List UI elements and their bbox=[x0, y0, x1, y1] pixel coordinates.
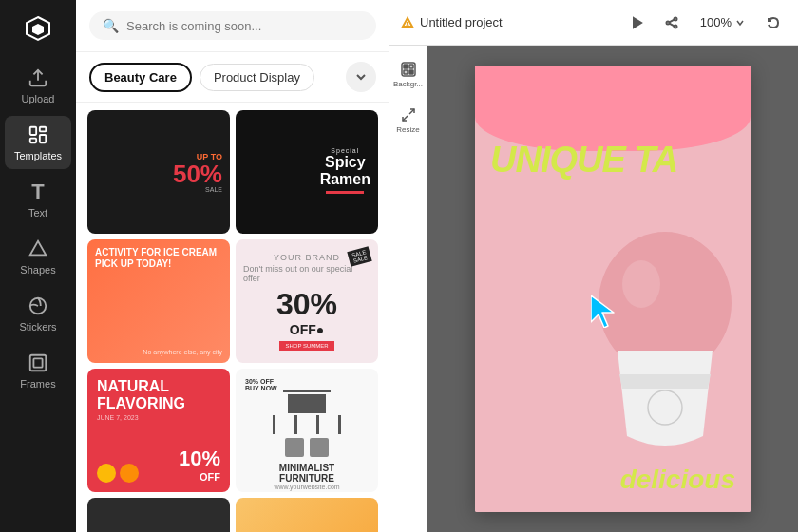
background-icon bbox=[400, 61, 417, 78]
canvas-area: Backgr... Resize UNIQUE bbox=[390, 46, 798, 532]
svg-rect-3 bbox=[40, 135, 46, 142]
shapes-icon bbox=[27, 238, 49, 260]
cursor-arrow-svg bbox=[591, 295, 618, 328]
svg-point-12 bbox=[666, 21, 669, 24]
search-wrapper[interactable]: 🔍 bbox=[89, 11, 376, 40]
canvas-design[interactable]: UNIQUE TA bbox=[475, 66, 750, 512]
resize-label: Resize bbox=[396, 125, 419, 134]
template-card-dark-bottom[interactable]: YOUR BRAND WHAT TO LOOK FORIN OUR GLOW S… bbox=[87, 498, 230, 532]
canvas-mini-sidebar: Backgr... Resize bbox=[390, 46, 428, 532]
template-card-spicy-ramen[interactable]: Special SpicyRamen bbox=[236, 110, 378, 234]
search-bar: 🔍 bbox=[76, 0, 390, 52]
svg-rect-6 bbox=[30, 355, 47, 371]
sidebar: Upload Templates T Text Shapes bbox=[0, 0, 76, 532]
templates-panel: 🔍 Beauty Care Product Display UP TO 50% … bbox=[76, 0, 390, 532]
templates-label: Templates bbox=[14, 150, 62, 162]
canvas-panel: Untitled project 100% bbox=[390, 0, 798, 532]
canvas-content: UNIQUE TA bbox=[428, 46, 798, 532]
ice-cream-svg bbox=[570, 227, 750, 465]
stickers-label: Stickers bbox=[19, 321, 56, 332]
svg-marker-10 bbox=[634, 18, 641, 28]
svg-rect-17 bbox=[404, 65, 408, 68]
search-icon: 🔍 bbox=[103, 18, 119, 33]
svg-point-9 bbox=[408, 25, 408, 26]
canvas-topbar: Untitled project 100% bbox=[390, 0, 798, 46]
filter-product-display[interactable]: Product Display bbox=[200, 64, 314, 91]
svg-rect-1 bbox=[30, 127, 36, 135]
svg-line-14 bbox=[669, 19, 674, 22]
template-card-30off[interactable]: YOUR BRAND Don't miss out on our special… bbox=[236, 239, 378, 363]
template-card-ice-cream[interactable]: ACTIVITY FOR ICE CREAMPICK UP TODAY! No … bbox=[87, 239, 230, 363]
sidebar-item-shapes[interactable]: Shapes bbox=[5, 230, 71, 283]
templates-grid: UP TO 50% SALE Special SpicyRamen ACTIVI… bbox=[76, 103, 390, 532]
template-card-dark-promo[interactable]: UP TO 50% SALE bbox=[87, 110, 230, 234]
frames-label: Frames bbox=[20, 378, 55, 390]
app-logo[interactable] bbox=[19, 10, 57, 48]
zoom-value: 100% bbox=[700, 15, 732, 29]
warning-icon bbox=[401, 16, 414, 29]
project-title: Untitled project bbox=[420, 15, 503, 29]
share-button[interactable] bbox=[658, 10, 685, 36]
svg-rect-7 bbox=[33, 358, 42, 367]
svg-point-11 bbox=[674, 17, 676, 20]
filter-dropdown-button[interactable] bbox=[346, 62, 376, 92]
filter-beauty-care[interactable]: Beauty Care bbox=[89, 63, 192, 92]
design-drip bbox=[475, 66, 750, 151]
svg-point-25 bbox=[622, 260, 660, 308]
undo-button[interactable] bbox=[760, 10, 787, 36]
resize-icon bbox=[400, 106, 417, 124]
canvas-title-area: Untitled project bbox=[401, 15, 617, 29]
template-card-furniture[interactable]: 30% OFFBUY NOW MINIMALISTFURNITURE www.y… bbox=[236, 369, 378, 492]
cursor-arrow bbox=[591, 295, 618, 332]
svg-rect-18 bbox=[409, 65, 413, 68]
design-subtitle: delicious bbox=[620, 465, 735, 495]
upload-icon bbox=[27, 66, 49, 89]
filter-bar: Beauty Care Product Display bbox=[76, 52, 390, 103]
sidebar-item-text[interactable]: T Text bbox=[5, 173, 71, 226]
search-input[interactable] bbox=[126, 19, 363, 33]
sidebar-item-upload[interactable]: Upload bbox=[5, 59, 71, 112]
template-card-natural[interactable]: NATURALFLAVORING JUNE 7, 2023 10% OFF bbox=[87, 369, 230, 492]
svg-point-13 bbox=[674, 25, 676, 28]
svg-rect-20 bbox=[409, 70, 413, 74]
templates-icon bbox=[27, 124, 49, 146]
stickers-icon bbox=[27, 294, 49, 317]
ice-cream-visual bbox=[570, 227, 750, 465]
text-label: Text bbox=[28, 207, 48, 218]
text-icon: T bbox=[27, 180, 49, 203]
design-main-title: UNIQUE TA bbox=[490, 142, 677, 178]
canvas-resize-tool[interactable]: Resize bbox=[391, 99, 426, 141]
svg-rect-4 bbox=[30, 139, 36, 143]
zoom-chevron-icon bbox=[735, 18, 745, 28]
zoom-control[interactable]: 100% bbox=[693, 11, 752, 33]
svg-line-15 bbox=[669, 23, 674, 26]
upload-label: Upload bbox=[22, 93, 55, 104]
svg-rect-19 bbox=[404, 70, 408, 74]
sidebar-item-frames[interactable]: Frames bbox=[5, 344, 71, 397]
svg-rect-2 bbox=[40, 127, 46, 132]
canvas-background-tool[interactable]: Backgr... bbox=[391, 53, 426, 95]
frames-icon bbox=[27, 352, 49, 374]
background-label: Backgr... bbox=[393, 80, 423, 88]
sidebar-item-stickers[interactable]: Stickers bbox=[5, 287, 71, 340]
template-card-yellow-bottom[interactable] bbox=[236, 498, 378, 532]
canvas-topbar-actions: 100% bbox=[624, 10, 787, 36]
shapes-label: Shapes bbox=[20, 264, 55, 276]
play-button[interactable] bbox=[624, 10, 651, 36]
sidebar-item-templates[interactable]: Templates bbox=[5, 116, 71, 169]
